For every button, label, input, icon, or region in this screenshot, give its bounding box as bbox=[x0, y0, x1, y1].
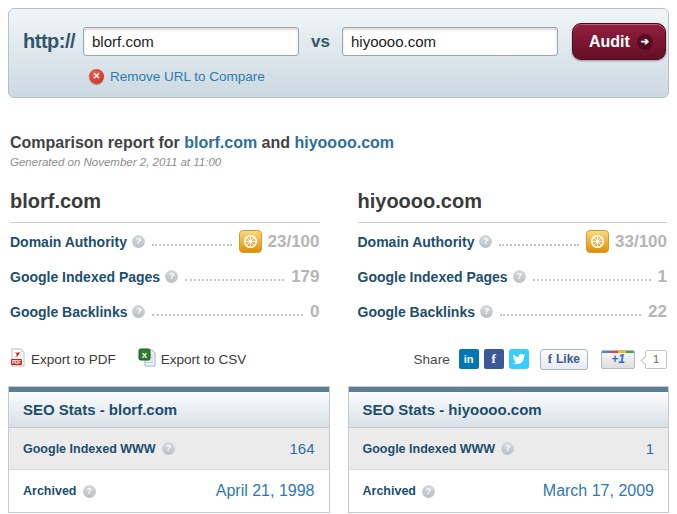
help-icon[interactable]: ? bbox=[513, 270, 526, 283]
facebook-icon[interactable]: f bbox=[484, 349, 504, 369]
stat-value: 1 bbox=[658, 267, 667, 287]
stat-value: 179 bbox=[291, 267, 319, 287]
help-icon[interactable]: ? bbox=[83, 485, 96, 498]
svg-text:PDF: PDF bbox=[12, 360, 21, 365]
panel-title: SEO Stats - blorf.com bbox=[9, 392, 329, 428]
twitter-icon[interactable] bbox=[509, 349, 529, 369]
stat-value: 0 bbox=[310, 302, 319, 322]
pdf-icon: PDF bbox=[10, 348, 26, 370]
stat-row-domain-authority: Domain Authority ? 23/100 bbox=[10, 225, 320, 258]
panel-row-label: Archived bbox=[363, 484, 417, 498]
report-domain-1: blorf.com bbox=[184, 134, 257, 151]
moz-rank-badge-icon bbox=[586, 230, 609, 253]
stat-row-backlinks: Google Backlinks ? 22 bbox=[358, 295, 668, 328]
report-title: Comparison report for blorf.com and hiyo… bbox=[10, 134, 667, 152]
panel-row-value: 164 bbox=[289, 440, 314, 457]
panel-row-value: 1 bbox=[646, 440, 654, 457]
comparison-columns: blorf.com Domain Authority ? 23/100 Goog… bbox=[10, 190, 667, 328]
google-plus-one-button[interactable]: +1 bbox=[601, 350, 635, 369]
stat-label: Domain Authority bbox=[358, 234, 475, 250]
audit-bar: http:// vs Audit ➔ ✕ Remove URL to Compa… bbox=[8, 8, 669, 98]
generated-timestamp: Generated on November 2, 2011 at 11:00 bbox=[10, 156, 667, 168]
report-title-prefix: Comparison report for bbox=[10, 134, 184, 151]
help-icon[interactable]: ? bbox=[501, 442, 514, 455]
plus-one-count-bubble: 1 bbox=[645, 350, 667, 369]
help-icon[interactable]: ? bbox=[162, 442, 175, 455]
panel-row-archived: Archived ? April 21, 1998 bbox=[9, 470, 329, 512]
export-pdf-label: Export to PDF bbox=[31, 352, 116, 367]
stat-value: 33/100 bbox=[615, 232, 667, 252]
audit-button[interactable]: Audit ➔ bbox=[572, 23, 666, 60]
panel-row-archived: Archived ? March 17, 2009 bbox=[349, 470, 669, 512]
dotted-leader bbox=[499, 244, 579, 246]
url1-input[interactable] bbox=[83, 27, 299, 56]
stat-label: Google Backlinks bbox=[10, 304, 127, 320]
export-csv-label: Export to CSV bbox=[161, 352, 247, 367]
remove-x-icon[interactable]: ✕ bbox=[89, 69, 104, 84]
panel-row-value: March 17, 2009 bbox=[543, 482, 654, 500]
panel-row-value: April 21, 1998 bbox=[216, 482, 315, 500]
stat-label: Google Indexed Pages bbox=[10, 269, 160, 285]
facebook-like-button[interactable]: f Like bbox=[540, 349, 588, 370]
linkedin-icon[interactable]: in bbox=[459, 349, 479, 369]
stat-label: Google Backlinks bbox=[358, 304, 475, 320]
svg-text:X: X bbox=[142, 351, 148, 360]
panel-row-indexed-www: Google Indexed WWW ? 164 bbox=[9, 428, 329, 470]
export-share-row: PDF Export to PDF X Export to CSV Share … bbox=[10, 348, 667, 370]
column-left: blorf.com Domain Authority ? 23/100 Goog… bbox=[10, 190, 320, 328]
stat-row-indexed-pages: Google Indexed Pages ? 179 bbox=[10, 260, 320, 293]
help-icon[interactable]: ? bbox=[132, 305, 145, 318]
report-domain-2: hiyoooo.com bbox=[294, 134, 394, 151]
stat-value: 22 bbox=[648, 302, 667, 322]
help-icon[interactable]: ? bbox=[422, 485, 435, 498]
facebook-like-f-icon: f bbox=[548, 351, 552, 367]
vs-label: vs bbox=[311, 32, 330, 52]
url2-input[interactable] bbox=[342, 27, 558, 56]
remove-url-link[interactable]: Remove URL to Compare bbox=[110, 69, 265, 84]
stat-row-domain-authority: Domain Authority ? 33/100 bbox=[358, 225, 668, 258]
panel-row-label: Google Indexed WWW bbox=[363, 442, 496, 456]
column-right: hiyoooo.com Domain Authority ? 33/100 Go… bbox=[358, 190, 668, 328]
stat-value: 23/100 bbox=[268, 232, 320, 252]
panel-row-label: Archived bbox=[23, 484, 77, 498]
help-icon[interactable]: ? bbox=[479, 235, 492, 248]
protocol-label: http:// bbox=[23, 30, 75, 53]
help-icon[interactable]: ? bbox=[165, 270, 178, 283]
stat-label: Google Indexed Pages bbox=[358, 269, 508, 285]
seo-stats-panel-right: SEO Stats - hiyoooo.com Google Indexed W… bbox=[348, 386, 670, 513]
panel-row-label: Google Indexed WWW bbox=[23, 442, 156, 456]
dotted-leader bbox=[533, 279, 651, 281]
dotted-leader bbox=[152, 314, 303, 316]
seo-stats-panel-left: SEO Stats - blorf.com Google Indexed WWW… bbox=[8, 386, 330, 513]
share-label: Share bbox=[414, 352, 450, 367]
seo-stats-panels: SEO Stats - blorf.com Google Indexed WWW… bbox=[8, 386, 669, 513]
moz-rank-badge-icon bbox=[239, 230, 262, 253]
column-title: blorf.com bbox=[10, 190, 320, 223]
stat-row-backlinks: Google Backlinks ? 0 bbox=[10, 295, 320, 328]
report-title-and: and bbox=[257, 134, 294, 151]
arrow-right-icon: ➔ bbox=[637, 34, 653, 50]
help-icon[interactable]: ? bbox=[480, 305, 493, 318]
stat-label: Domain Authority bbox=[10, 234, 127, 250]
facebook-like-label: Like bbox=[556, 352, 580, 366]
csv-icon: X bbox=[138, 348, 156, 370]
export-pdf-link[interactable]: PDF Export to PDF bbox=[10, 348, 116, 370]
dotted-leader bbox=[500, 314, 641, 316]
export-csv-link[interactable]: X Export to CSV bbox=[138, 348, 247, 370]
panel-row-indexed-www: Google Indexed WWW ? 1 bbox=[349, 428, 669, 470]
stat-row-indexed-pages: Google Indexed Pages ? 1 bbox=[358, 260, 668, 293]
help-icon[interactable]: ? bbox=[132, 235, 145, 248]
audit-button-label: Audit bbox=[589, 33, 630, 51]
panel-title: SEO Stats - hiyoooo.com bbox=[349, 392, 669, 428]
plus-one-label: +1 bbox=[611, 352, 625, 366]
dotted-leader bbox=[152, 244, 232, 246]
column-title: hiyoooo.com bbox=[358, 190, 668, 223]
dotted-leader bbox=[185, 279, 284, 281]
share-group: Share in f f Like +1 1 bbox=[414, 349, 667, 370]
